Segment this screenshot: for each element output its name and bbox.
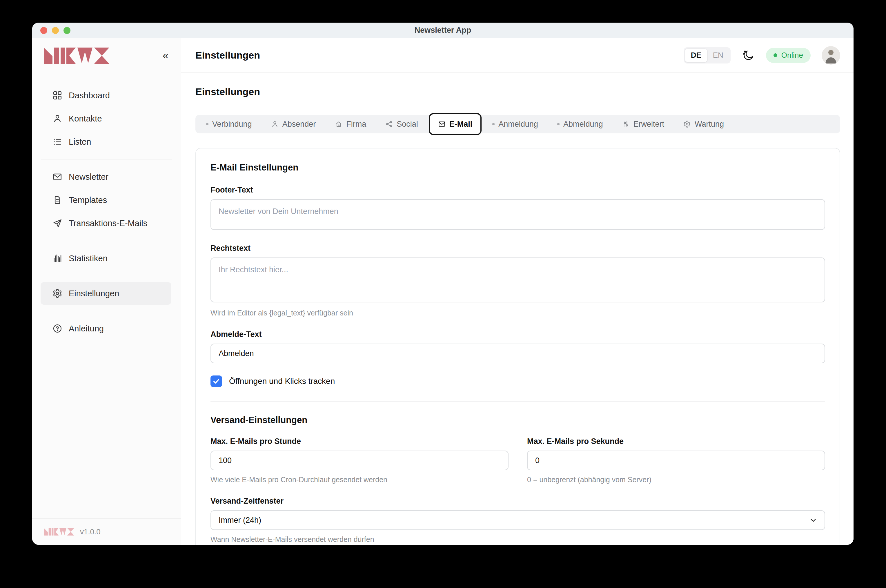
send-icon xyxy=(52,218,62,228)
section-title-email: E-Mail Einstellungen xyxy=(210,162,825,173)
section-divider xyxy=(210,401,825,402)
sidebar-item-newsletter[interactable]: Newsletter xyxy=(40,165,171,188)
tab-email[interactable]: E-Mail xyxy=(429,113,482,135)
home-icon xyxy=(335,120,342,128)
sliders-icon xyxy=(622,120,630,128)
header-title: Einstellungen xyxy=(195,50,260,61)
sidebar-item-templates[interactable]: Templates xyxy=(40,189,171,212)
sidebar-divider xyxy=(41,159,172,159)
window-titlebar: Newsletter App xyxy=(32,22,853,38)
sidebar-version: v1.0.0 xyxy=(32,518,181,545)
legal-text-label: Rechtstext xyxy=(210,244,825,253)
tab-erweitert[interactable]: Erweitert xyxy=(613,115,674,134)
lists-icon xyxy=(52,137,62,147)
per-hour-helper: Wie viele E-Mails pro Cron-Durchlauf ges… xyxy=(210,476,508,484)
nkwx-logo xyxy=(44,48,109,64)
email-icon xyxy=(438,120,445,128)
app-version: v1.0.0 xyxy=(80,527,100,536)
settings-tabbar: Verbindung Absender Firma Social xyxy=(195,115,840,134)
sidebar-item-einstellungen[interactable]: Einstellungen xyxy=(40,282,171,305)
sidebar-item-kontakte[interactable]: Kontakte xyxy=(40,107,171,130)
settings-content: Einstellungen Verbindung Absender Firma xyxy=(181,72,853,545)
tab-wartung[interactable]: Wartung xyxy=(674,115,733,134)
sidebar-item-dashboard[interactable]: Dashboard xyxy=(40,84,171,107)
sender-icon xyxy=(271,120,279,128)
page-header: Einstellungen DE EN Online xyxy=(181,38,853,72)
tracking-checkbox-label: Öffnungen und Klicks tracken xyxy=(229,376,335,386)
checkmark-icon xyxy=(213,378,220,385)
sidebar-item-anleitung[interactable]: Anleitung xyxy=(40,317,171,340)
sidebar-item-statistiken[interactable]: Statistiken xyxy=(40,247,171,270)
tab-verbindung[interactable]: Verbindung xyxy=(196,115,261,134)
avatar-image xyxy=(822,46,840,64)
tab-social[interactable]: Social xyxy=(376,115,428,134)
language-toggle: DE EN xyxy=(684,47,731,63)
tab-abmeldung[interactable]: Abmeldung xyxy=(548,115,613,134)
window-title: Newsletter App xyxy=(32,26,853,35)
tracking-checkbox[interactable] xyxy=(210,375,222,387)
moon-icon xyxy=(742,49,754,62)
per-hour-label: Max. E-Mails pro Stunde xyxy=(210,437,508,446)
send-window-select[interactable]: Immer (24h) xyxy=(210,510,825,530)
sidebar-item-transaktions-emails[interactable]: Transaktions-E-Mails xyxy=(40,212,171,234)
section-title-versand: Versand-Einstellungen xyxy=(210,415,825,425)
tab-firma[interactable]: Firma xyxy=(325,115,376,134)
share-icon xyxy=(385,120,393,128)
unsubscribe-text-input[interactable] xyxy=(210,344,825,363)
newsletter-icon xyxy=(52,172,62,182)
legal-text-input[interactable] xyxy=(210,258,825,302)
stats-icon xyxy=(52,254,62,263)
gear-icon xyxy=(52,288,62,298)
sidebar-divider xyxy=(41,311,172,311)
per-second-input[interactable] xyxy=(527,451,825,470)
help-icon xyxy=(52,324,62,333)
sidebar-nav: Dashboard Kontakte Listen Newsletter xyxy=(32,73,181,518)
sidebar-item-label: Newsletter xyxy=(69,172,108,182)
user-avatar[interactable] xyxy=(822,46,840,64)
nkwx-logo-small xyxy=(44,528,74,536)
sidebar-item-label: Dashboard xyxy=(69,91,110,100)
maintenance-gear-icon xyxy=(684,120,691,128)
status-badge: Online xyxy=(766,48,811,63)
sidebar: « Dashboard Kontakte Listen xyxy=(32,38,181,545)
sidebar-item-label: Statistiken xyxy=(69,254,108,263)
per-second-label: Max. E-Mails pro Sekunde xyxy=(527,437,825,446)
sidebar-item-label: Templates xyxy=(69,195,107,205)
sidebar-item-label: Anleitung xyxy=(69,324,104,333)
email-settings-card: E-Mail Einstellungen Footer-Text Rechtst… xyxy=(195,148,840,545)
chevron-down-icon xyxy=(809,516,818,525)
templates-icon xyxy=(52,195,62,205)
sidebar-item-label: Transaktions-E-Mails xyxy=(69,219,147,228)
contacts-icon xyxy=(52,114,62,123)
per-second-helper: 0 = unbegrenzt (abhängig vom Server) xyxy=(527,476,825,484)
dark-mode-toggle[interactable] xyxy=(742,49,755,62)
sidebar-item-listen[interactable]: Listen xyxy=(40,130,171,153)
tracking-checkbox-row[interactable]: Öffnungen und Klicks tracken xyxy=(210,375,825,387)
connection-icon xyxy=(206,123,208,125)
signup-icon xyxy=(492,123,495,125)
lang-de-button[interactable]: DE xyxy=(685,49,707,62)
legal-text-helper: Wird im Editor als {legal_text} verfügba… xyxy=(210,309,825,317)
footer-text-input[interactable] xyxy=(210,199,825,230)
sidebar-collapse-button[interactable]: « xyxy=(162,49,169,62)
per-hour-input[interactable] xyxy=(210,451,508,470)
sidebar-divider xyxy=(41,276,172,276)
unsubscribe-icon xyxy=(557,123,559,125)
footer-text-label: Footer-Text xyxy=(210,186,825,195)
sidebar-divider xyxy=(41,241,172,241)
sidebar-item-label: Listen xyxy=(69,137,91,147)
tab-absender[interactable]: Absender xyxy=(261,115,325,134)
app-window: Newsletter App « xyxy=(32,22,853,545)
sidebar-item-label: Kontakte xyxy=(69,114,102,123)
status-text: Online xyxy=(781,51,803,60)
send-window-label: Versand-Zeitfenster xyxy=(210,496,825,506)
sidebar-item-label: Einstellungen xyxy=(69,289,119,298)
lang-en-button[interactable]: EN xyxy=(707,49,729,62)
page-title: Einstellungen xyxy=(195,86,840,98)
send-window-value: Immer (24h) xyxy=(219,516,261,525)
unsubscribe-text-label: Abmelde-Text xyxy=(210,330,825,339)
dashboard-icon xyxy=(52,90,62,100)
tab-anmeldung[interactable]: Anmeldung xyxy=(483,115,548,134)
send-window-helper: Wann Newsletter-E-Mails versendet werden… xyxy=(210,535,825,544)
online-dot-icon xyxy=(774,53,777,57)
